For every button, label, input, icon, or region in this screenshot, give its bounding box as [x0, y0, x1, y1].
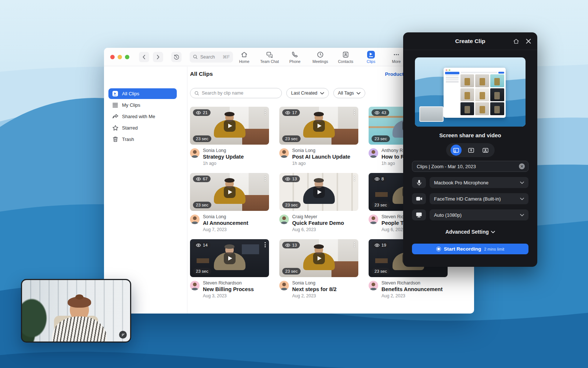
tab-clips[interactable]: Clips — [358, 51, 384, 64]
duration-badge: 23 sec — [282, 135, 301, 142]
view-count-badge: 21 — [193, 109, 211, 116]
sidebar-item-starred[interactable]: Starred — [108, 123, 183, 133]
clip-title[interactable]: AI Announcement — [203, 220, 248, 226]
clip-menu-icon[interactable] — [353, 241, 356, 248]
clip-card[interactable]: 67 23 sec Sonia Long AI Announcement Aug… — [190, 173, 269, 232]
sidebar: All Clips My Clips Shared with Me Starre… — [104, 67, 187, 314]
clip-menu-icon[interactable] — [353, 175, 356, 182]
resolution-dropdown[interactable]: Auto (1080p) — [430, 209, 528, 220]
screen-and-video-icon — [453, 148, 459, 153]
sidebar-item-all-clips[interactable]: All Clips — [108, 88, 177, 99]
play-button[interactable] — [224, 252, 236, 264]
microphone-dropdown[interactable]: Macbook Pro Microphone — [430, 177, 528, 188]
play-button[interactable] — [224, 120, 236, 132]
clip-menu-icon[interactable] — [263, 109, 267, 116]
play-button[interactable] — [313, 186, 325, 198]
mode-video-only-button[interactable] — [481, 145, 490, 155]
clip-date: 1h ago — [203, 161, 244, 166]
eye-icon — [374, 111, 380, 114]
mode-screen-and-video-button[interactable] — [451, 145, 462, 156]
advanced-setting-toggle[interactable]: Advanced Setting — [403, 229, 537, 235]
tab-team-chat[interactable]: Team Chat — [257, 51, 282, 64]
sidebar-item-my-clips[interactable]: My Clips — [108, 100, 183, 110]
tab-phone[interactable]: Phone — [282, 51, 308, 64]
clip-search-input[interactable]: Search by clip name — [190, 88, 282, 98]
tab-meetings[interactable]: Meetings — [308, 51, 333, 64]
resolution-row: Auto (1080p) — [412, 209, 528, 220]
eye-icon — [196, 244, 201, 247]
clip-title[interactable]: Quick Feature Demo — [292, 220, 344, 226]
tab-home[interactable]: Home — [232, 51, 257, 64]
camera-dropdown[interactable]: FaceTime HD Camera (Built-in) — [430, 193, 528, 204]
clip-card[interactable]: 14 23 sec Steven Richardson New Billing … — [190, 239, 269, 298]
clip-thumbnail[interactable]: 13 23 sec — [279, 239, 358, 277]
recording-mode-toggle — [446, 143, 495, 157]
tag-filter-dropdown[interactable]: All Tags — [333, 88, 366, 98]
clip-date: 1h ago — [292, 161, 350, 166]
view-count-badge: 19 — [372, 242, 389, 248]
clip-author: Steven Richardson — [381, 280, 442, 286]
clip-thumbnail[interactable]: 21 23 sec — [190, 107, 269, 145]
global-search-input[interactable]: Search ⌘F — [190, 52, 233, 63]
clip-menu-icon[interactable] — [263, 175, 267, 182]
search-icon — [193, 54, 198, 59]
webcam-preview[interactable] — [21, 279, 131, 343]
clip-author: Steven Richardson — [203, 280, 254, 286]
clip-thumbnail[interactable]: 13 23 sec — [279, 173, 358, 211]
clip-card[interactable]: 13 23 sec Sonia Long Next steps for 8/2 … — [279, 239, 358, 298]
view-count-badge: 43 — [372, 109, 389, 116]
zoom-window-button[interactable] — [125, 55, 129, 59]
sidebar-item-trash[interactable]: Trash — [108, 134, 183, 145]
sort-filter-dropdown[interactable]: Last Created — [286, 88, 329, 98]
chevron-down-icon — [520, 181, 524, 184]
clear-input-icon[interactable]: ✕ — [519, 163, 525, 169]
duration-badge: 23 sec — [372, 202, 390, 208]
clip-title[interactable]: Benefits Announcement — [381, 286, 442, 292]
microphone-row: Macbook Pro Microphone — [412, 177, 528, 188]
chevron-down-icon — [320, 92, 324, 95]
clip-menu-icon[interactable] — [263, 241, 267, 248]
forward-button[interactable] — [153, 52, 163, 62]
clip-title[interactable]: Post AI Launch Update — [292, 154, 350, 160]
clip-title[interactable]: Next steps for 8/2 — [292, 286, 337, 292]
eye-icon — [285, 244, 290, 247]
clip-thumbnail[interactable]: 67 23 sec — [190, 173, 269, 211]
minimize-window-button[interactable] — [118, 55, 122, 59]
start-recording-button[interactable]: Start Recording 2 mins limit — [412, 244, 528, 254]
clip-card[interactable]: 21 23 sec Sonia Long Strategy Update 1h … — [190, 107, 269, 166]
create-clip-panel: Create Clip — [403, 32, 537, 267]
clip-author: Sonia Long — [203, 148, 244, 153]
microphone-icon — [412, 177, 426, 188]
clip-card[interactable]: 13 23 sec Craig Meyer Quick Feature Demo… — [279, 173, 358, 232]
sidebar-item-shared-with-me[interactable]: Shared with Me — [108, 111, 183, 122]
clip-menu-icon[interactable] — [353, 109, 356, 116]
close-icon[interactable] — [526, 38, 531, 44]
avatar — [279, 281, 289, 290]
back-button[interactable] — [139, 52, 149, 62]
clip-date: Aug 3, 2023 — [203, 293, 254, 298]
history-button[interactable] — [171, 52, 182, 62]
close-window-button[interactable] — [110, 55, 115, 59]
eye-icon — [196, 177, 201, 181]
traffic-lights[interactable] — [110, 55, 129, 59]
mode-screen-share-button[interactable] — [466, 145, 476, 155]
play-button[interactable] — [313, 120, 325, 132]
tab-contacts[interactable]: Contacts — [333, 51, 358, 64]
resize-handle-icon[interactable] — [119, 331, 127, 339]
recording-preview — [415, 57, 526, 127]
eye-icon — [285, 177, 290, 181]
clip-title[interactable]: New Billing Process — [203, 286, 254, 292]
clip-card[interactable]: 17 23 sec Sonia Long Post AI Launch Upda… — [279, 107, 358, 166]
desktop: Search ⌘F Home Team Chat Phone — [0, 0, 588, 368]
play-button[interactable] — [313, 252, 325, 264]
clip-thumbnail[interactable]: 14 23 sec — [190, 239, 269, 277]
play-button[interactable] — [224, 186, 236, 198]
clip-thumbnail[interactable]: 17 23 sec — [279, 107, 358, 145]
star-icon — [112, 125, 118, 131]
clip-title[interactable]: Strategy Update — [203, 154, 244, 160]
clip-name-input[interactable]: Clips | Zoom - Mar 10, 2023 ✕ — [412, 161, 528, 172]
duration-badge: 23 sec — [193, 202, 211, 208]
home-icon[interactable] — [513, 38, 520, 45]
view-count-badge: 67 — [193, 176, 211, 182]
mode-section-title: Screen share and video — [403, 132, 537, 138]
